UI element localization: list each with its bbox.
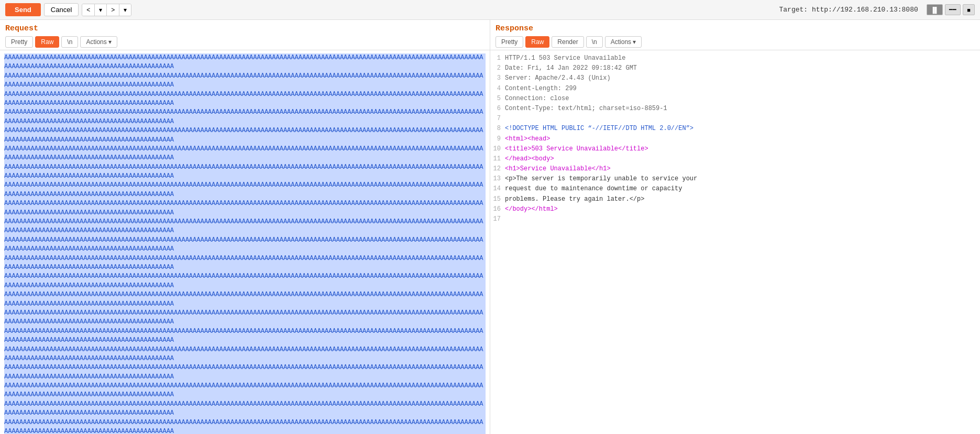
req-aaa-line-8: AAAAAAAAAAAAAAAAAAAAAAAAAAAAAAAAAAAAAAAA… <box>4 181 486 199</box>
resp-line-3: 3 Server: Apache/2.4.43 (Unix) <box>490 73 980 83</box>
cancel-button[interactable]: Cancel <box>44 3 79 16</box>
request-title: Request <box>5 24 485 33</box>
resp-line-1: 1 HTTP/1.1 503 Service Unavailable <box>490 53 980 63</box>
nav-next-button[interactable]: > <box>107 4 119 16</box>
req-aaa-line-6: AAAAAAAAAAAAAAAAAAAAAAAAAAAAAAAAAAAAAAAA… <box>4 145 486 163</box>
resp-line-5: 5 Connection: close <box>490 94 980 104</box>
response-tab-actions[interactable]: Actions ▾ <box>605 36 642 48</box>
req-aaa-line-2: AAAAAAAAAAAAAAAAAAAAAAAAAAAAAAAAAAAAAAAA… <box>4 72 486 90</box>
resp-code-15: problems. Please try again later.</p> <box>505 194 980 204</box>
request-content[interactable]: AAAAAAAAAAAAAAAAAAAAAAAAAAAAAAAAAAAAAAAA… <box>0 50 490 434</box>
nav-next-dropdown-button[interactable]: ▾ <box>119 4 131 16</box>
req-aaa-line-7: AAAAAAAAAAAAAAAAAAAAAAAAAAAAAAAAAAAAAAAA… <box>4 163 486 181</box>
resp-line-17: 17 <box>490 214 980 224</box>
response-body: 1 HTTP/1.1 503 Service Unavailable 2 Dat… <box>490 52 980 225</box>
resp-ln-16: 16 <box>490 204 505 214</box>
resp-code-10: <title>503 Service Unavailable</title> <box>505 144 980 154</box>
resp-line-6: 6 Content-Type: text/html; charset=iso-8… <box>490 104 980 114</box>
resp-line-11: 11 </head><body> <box>490 154 980 164</box>
req-aaa-line-10: AAAAAAAAAAAAAAAAAAAAAAAAAAAAAAAAAAAAAAAA… <box>4 218 486 236</box>
request-tab-raw[interactable]: Raw <box>35 36 59 48</box>
resp-line-15: 15 problems. Please try again later.</p> <box>490 194 980 204</box>
nav-button-group: < ▾ > ▾ <box>82 4 131 16</box>
resp-ln-2: 2 <box>490 63 505 73</box>
request-body: AAAAAAAAAAAAAAAAAAAAAAAAAAAAAAAAAAAAAAAA… <box>0 52 490 434</box>
nav-prev-button[interactable]: < <box>82 4 95 16</box>
resp-code-13: <p>The server is temporarily unable to s… <box>505 174 980 184</box>
resp-code-14: request due to maintenance downtime or c… <box>505 184 980 194</box>
response-content[interactable]: 1 HTTP/1.1 503 Service Unavailable 2 Dat… <box>490 50 980 434</box>
req-aaa-line-4: AAAAAAAAAAAAAAAAAAAAAAAAAAAAAAAAAAAAAAAA… <box>4 108 486 126</box>
resp-ln-5: 5 <box>490 94 505 104</box>
req-aaa-line-11: AAAAAAAAAAAAAAAAAAAAAAAAAAAAAAAAAAAAAAAA… <box>4 236 486 254</box>
req-aaa-line-20: AAAAAAAAAAAAAAAAAAAAAAAAAAAAAAAAAAAAAAAA… <box>4 400 486 418</box>
resp-code-6: Content-Type: text/html; charset=iso-885… <box>505 104 980 114</box>
target-label: Target: http://192.168.210.13:8080 <box>779 6 918 14</box>
req-aaa-line-9: AAAAAAAAAAAAAAAAAAAAAAAAAAAAAAAAAAAAAAAA… <box>4 199 486 218</box>
resp-line-16: 16 </body></html> <box>490 204 980 214</box>
resp-code-11: </head><body> <box>505 154 980 164</box>
resp-line-4: 4 Content-Length: 299 <box>490 84 980 94</box>
resp-line-8: 8 <!DOCTYPE HTML PUBLIC “-//IETF//DTD HT… <box>490 124 980 134</box>
req-aaa-line-13: AAAAAAAAAAAAAAAAAAAAAAAAAAAAAAAAAAAAAAAA… <box>4 272 486 290</box>
resp-line-10: 10 <title>503 Service Unavailable</title… <box>490 144 980 154</box>
resp-code-7 <box>505 114 980 124</box>
resp-line-14: 14 request due to maintenance downtime o… <box>490 184 980 194</box>
resp-code-2: Date: Fri, 14 Jan 2022 09:18:42 GMT <box>505 63 980 73</box>
resp-ln-6: 6 <box>490 104 505 114</box>
resp-ln-12: 12 <box>490 164 505 174</box>
resp-line-2: 2 Date: Fri, 14 Jan 2022 09:18:42 GMT <box>490 63 980 73</box>
resp-code-8: <!DOCTYPE HTML PUBLIC “-//IETF//DTD HTML… <box>505 124 980 134</box>
request-tab-bar: Pretty Raw \n Actions ▾ <box>5 36 485 48</box>
request-tab-newline[interactable]: \n <box>61 36 78 48</box>
resp-ln-14: 14 <box>490 184 505 194</box>
request-tab-actions[interactable]: Actions ▾ <box>80 36 117 48</box>
response-tab-newline[interactable]: \n <box>586 36 603 48</box>
req-aaa-line-21: AAAAAAAAAAAAAAAAAAAAAAAAAAAAAAAAAAAAAAAA… <box>4 418 486 434</box>
resp-ln-17: 17 <box>490 214 505 224</box>
req-aaa-line-19: AAAAAAAAAAAAAAAAAAAAAAAAAAAAAAAAAAAAAAAA… <box>4 382 486 400</box>
response-panel-header: Response Pretty Raw Render \n Actions ▾ <box>490 20 980 50</box>
resp-ln-4: 4 <box>490 84 505 94</box>
view-single-button[interactable]: ■ <box>963 4 975 15</box>
nav-dropdown-button[interactable]: ▾ <box>95 4 107 16</box>
view-horizontal-button[interactable]: ━━ <box>945 4 961 15</box>
request-panel: Request Pretty Raw \n Actions ▾ AAAAAAAA… <box>0 20 490 434</box>
request-actions-chevron-icon: ▾ <box>108 38 112 46</box>
response-tab-render[interactable]: Render <box>552 36 583 48</box>
response-tab-pretty[interactable]: Pretty <box>495 36 523 48</box>
resp-code-9: <html><head> <box>505 134 980 144</box>
request-tab-pretty[interactable]: Pretty <box>5 36 33 48</box>
resp-line-7: 7 <box>490 114 980 124</box>
resp-ln-9: 9 <box>490 134 505 144</box>
resp-code-12: <h1>Service Unavailable</h1> <box>505 164 980 174</box>
resp-ln-7: 7 <box>490 114 505 124</box>
resp-code-5: Connection: close <box>505 94 980 104</box>
view-button-group: ▐▌ ━━ ■ <box>927 4 975 15</box>
resp-ln-11: 11 <box>490 154 505 164</box>
resp-ln-8: 8 <box>490 124 505 134</box>
resp-ln-15: 15 <box>490 194 505 204</box>
req-aaa-line-17: AAAAAAAAAAAAAAAAAAAAAAAAAAAAAAAAAAAAAAAA… <box>4 345 486 364</box>
req-aaa-line-15: AAAAAAAAAAAAAAAAAAAAAAAAAAAAAAAAAAAAAAAA… <box>4 309 486 327</box>
req-aaa-line-3: AAAAAAAAAAAAAAAAAAAAAAAAAAAAAAAAAAAAAAAA… <box>4 90 486 108</box>
resp-ln-3: 3 <box>490 73 505 83</box>
send-button[interactable]: Send <box>5 3 41 16</box>
resp-code-4: Content-Length: 299 <box>505 84 980 94</box>
view-split-button[interactable]: ▐▌ <box>927 4 943 15</box>
resp-code-16: </body></html> <box>505 204 980 214</box>
req-aaa-line-1: AAAAAAAAAAAAAAAAAAAAAAAAAAAAAAAAAAAAAAAA… <box>4 53 486 72</box>
response-panel: Response Pretty Raw Render \n Actions ▾ … <box>490 20 980 434</box>
req-aaa-line-5: AAAAAAAAAAAAAAAAAAAAAAAAAAAAAAAAAAAAAAAA… <box>4 126 486 145</box>
resp-code-1: HTTP/1.1 503 Service Unavailable <box>505 53 980 63</box>
resp-line-12: 12 <h1>Service Unavailable</h1> <box>490 164 980 174</box>
response-title: Response <box>495 24 975 33</box>
resp-ln-1: 1 <box>490 53 505 63</box>
resp-line-9: 9 <html><head> <box>490 134 980 144</box>
main-panels: Request Pretty Raw \n Actions ▾ AAAAAAAA… <box>0 20 980 434</box>
req-aaa-line-18: AAAAAAAAAAAAAAAAAAAAAAAAAAAAAAAAAAAAAAAA… <box>4 363 486 382</box>
response-tab-raw[interactable]: Raw <box>525 36 549 48</box>
response-tab-bar: Pretty Raw Render \n Actions ▾ <box>495 36 975 48</box>
req-aaa-line-12: AAAAAAAAAAAAAAAAAAAAAAAAAAAAAAAAAAAAAAAA… <box>4 254 486 273</box>
req-aaa-line-16: AAAAAAAAAAAAAAAAAAAAAAAAAAAAAAAAAAAAAAAA… <box>4 327 486 345</box>
